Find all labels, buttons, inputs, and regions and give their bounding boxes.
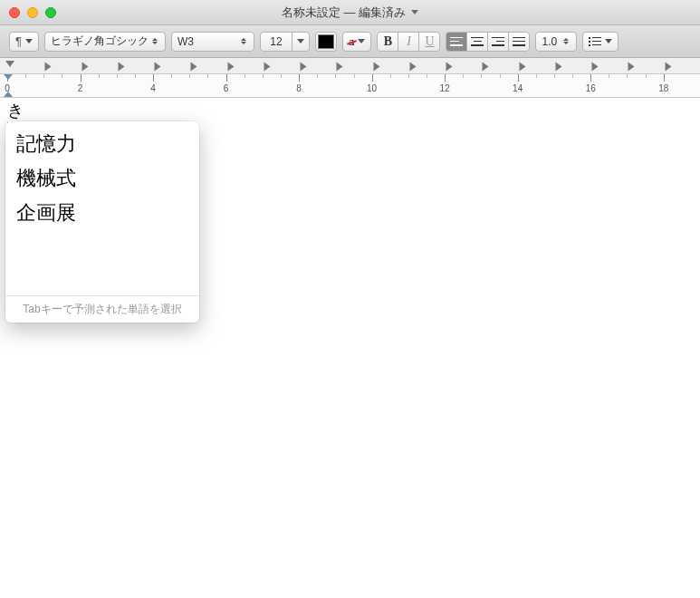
font-weight-value: W3 — [177, 35, 194, 48]
ruler-label: 10 — [367, 83, 377, 93]
ruler-label: 12 — [440, 83, 450, 93]
ime-candidate[interactable]: 企画展 — [5, 196, 199, 230]
font-size-group: 12 — [260, 32, 310, 52]
document-area[interactable]: き 記憶力 機械式 企画展 Tabキーで予測された単語を選択 — [0, 98, 700, 598]
tab-stop-marker[interactable] — [337, 63, 343, 72]
ruler-label: 4 — [150, 83, 156, 93]
tab-stop-marker[interactable] — [227, 63, 234, 72]
window-titlebar: 名称未設定 — 編集済み — [0, 0, 700, 25]
list-style-dropdown[interactable] — [582, 32, 618, 52]
pilcrow-icon: ¶ — [15, 34, 22, 48]
title-menu-chevron-icon[interactable] — [411, 10, 418, 14]
tab-stop-marker[interactable] — [45, 63, 52, 72]
align-justify-button[interactable] — [508, 32, 530, 52]
align-center-icon — [471, 37, 484, 46]
tab-stop-marker[interactable] — [264, 63, 270, 72]
stepper-icon — [563, 35, 571, 48]
font-family-value: ヒラギノ角ゴシック — [51, 34, 149, 49]
ruler-label: 2 — [78, 83, 83, 93]
tab-stop-marker[interactable] — [665, 63, 671, 72]
tab-stop-marker[interactable] — [555, 63, 561, 72]
ime-candidate[interactable]: 記憶力 — [5, 127, 199, 161]
color-swatch-icon — [318, 34, 334, 49]
tab-stop-marker[interactable] — [373, 63, 379, 72]
ime-candidate-popup: 記憶力 機械式 企画展 Tabキーで予測された単語を選択 — [5, 121, 199, 323]
stepper-icon — [241, 35, 248, 48]
zoom-window-button[interactable] — [45, 7, 56, 18]
tab-stop-marker[interactable] — [483, 63, 489, 72]
strike-a-icon: a — [349, 34, 355, 49]
tab-stop-marker[interactable] — [301, 63, 307, 72]
font-size-input[interactable]: 12 — [260, 32, 292, 52]
tab-stop-marker[interactable] — [82, 63, 88, 72]
tab-stop-marker[interactable] — [409, 63, 416, 72]
left-indent-handle[interactable] — [4, 92, 13, 97]
line-spacing-dropdown[interactable]: 1.0 — [535, 32, 577, 52]
ruler-label: 14 — [513, 83, 523, 93]
tab-stop-marker[interactable] — [592, 63, 599, 72]
ruler-label: 18 — [658, 83, 668, 93]
font-size-value: 12 — [270, 35, 282, 48]
line-spacing-value: 1.0 — [542, 35, 557, 48]
stepper-icon — [152, 35, 159, 48]
align-left-icon — [450, 37, 463, 46]
tab-stop-marker[interactable] — [191, 63, 197, 72]
tab-stop-marker[interactable] — [519, 63, 525, 72]
align-right-button[interactable] — [487, 32, 509, 52]
chevron-down-icon — [297, 39, 304, 43]
traffic-lights — [9, 7, 56, 18]
window-title-area: 名称未設定 — 編集済み — [0, 5, 700, 21]
tab-stop-marker[interactable] — [446, 63, 453, 72]
font-weight-dropdown[interactable]: W3 — [171, 32, 254, 52]
clear-style-button[interactable]: a — [342, 32, 372, 52]
align-justify-icon — [513, 37, 525, 46]
first-line-indent-handle[interactable] — [4, 74, 13, 80]
formatting-toolbar: ¶ ヒラギノ角ゴシック W3 12 a B I U — [0, 25, 700, 58]
paragraph-styles-dropdown[interactable]: ¶ — [9, 32, 39, 52]
ruler-ticks: 024681012141618 — [7, 74, 700, 97]
ruler-label: 16 — [586, 83, 596, 93]
ime-candidate[interactable]: 機械式 — [5, 161, 199, 196]
chevron-down-icon — [25, 39, 33, 43]
align-left-button[interactable] — [446, 32, 467, 52]
tab-stop-marker[interactable] — [628, 63, 635, 72]
text-style-group: B I U — [377, 32, 440, 52]
underline-button[interactable]: U — [418, 32, 440, 52]
bold-button[interactable]: B — [377, 32, 398, 52]
composing-text[interactable]: き — [7, 100, 24, 124]
ime-candidate-list: 記憶力 機械式 企画展 — [5, 121, 199, 295]
alignment-group — [446, 32, 530, 52]
first-line-indent-marker[interactable] — [5, 61, 14, 67]
window-title[interactable]: 名称未設定 — 編集済み — [282, 5, 406, 21]
ime-hint: Tabキーで予測された単語を選択 — [5, 295, 199, 323]
chevron-down-icon — [358, 39, 365, 43]
chevron-down-icon — [605, 39, 612, 43]
text-color-picker[interactable] — [315, 32, 337, 52]
close-window-button[interactable] — [9, 7, 20, 18]
horizontal-ruler[interactable]: 024681012141618 — [0, 74, 700, 98]
font-size-stepper[interactable] — [292, 32, 310, 52]
align-right-icon — [492, 37, 504, 46]
minimize-window-button[interactable] — [27, 7, 38, 18]
tab-stop-marker[interactable] — [155, 63, 161, 72]
list-icon — [589, 37, 601, 46]
ruler-label: 6 — [224, 83, 229, 93]
italic-button[interactable]: I — [398, 32, 419, 52]
align-center-button[interactable] — [466, 32, 488, 52]
font-family-dropdown[interactable]: ヒラギノ角ゴシック — [44, 32, 166, 52]
tab-stop-strip[interactable] — [0, 58, 700, 74]
tab-stop-marker[interactable] — [118, 63, 124, 72]
ruler-label: 8 — [296, 83, 302, 93]
